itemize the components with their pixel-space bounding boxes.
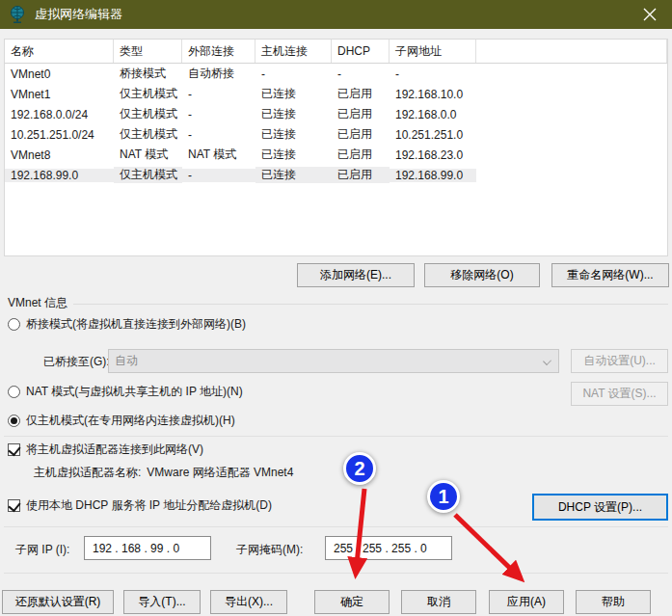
cell-type: NAT 模式 — [114, 147, 182, 163]
titlebar: 虚拟网络编辑器 — [0, 0, 672, 29]
column-header-type[interactable]: 类型 — [114, 40, 182, 63]
cell-external: - — [182, 128, 255, 142]
cell-dhcp: 已启用 — [332, 167, 390, 183]
adapter-name-row: 主机虚拟适配器名称: VMware 网络适配器 VMnet4 — [34, 465, 293, 481]
apply-button[interactable]: 应用(A) — [489, 590, 564, 614]
nat-radio[interactable] — [8, 386, 20, 398]
dhcp-settings-button[interactable]: DHCP 设置(P)... — [532, 494, 668, 521]
arrow-to-apply-button — [455, 515, 521, 578]
close-button[interactable] — [628, 0, 672, 29]
cell-dhcp: 已启用 — [332, 147, 390, 163]
cell-hostconn: 已连接 — [255, 126, 332, 143]
app-network-icon — [8, 5, 27, 24]
cell-dhcp: 已启用 — [332, 86, 390, 102]
annotation-badge-1: 1 — [427, 480, 460, 513]
cell-name: VMnet0 — [5, 67, 114, 81]
cell-dhcp: 已启用 — [332, 106, 390, 122]
column-header-subnet[interactable]: 子网地址 — [390, 40, 476, 63]
separator — [4, 436, 668, 437]
help-button[interactable]: 帮助 — [576, 590, 651, 614]
annotation-badge-2: 2 — [343, 452, 376, 485]
column-header-dhcp[interactable]: DHCP — [332, 40, 390, 63]
group-caption: VMnet 信息 — [8, 295, 67, 311]
adapter-checkbox-row[interactable]: 将主机虚拟适配器连接到此网络(V) — [8, 442, 203, 458]
cell-external: - — [182, 169, 255, 182]
cell-external: NAT 模式 — [182, 147, 255, 163]
bridged-radio-label: 桥接模式(将虚拟机直接连接到外部网络)(B) — [26, 316, 246, 333]
cell-type: 桥接模式 — [114, 66, 182, 82]
connect-adapter-checkbox[interactable] — [8, 443, 20, 456]
virtual-network-editor-dialog: 虚拟网络编辑器 名称 类型 外部连接 主机连接 DHCP 子网地址 VMnet0… — [0, 0, 672, 616]
adapter-name-value: VMware 网络适配器 VMnet4 — [147, 465, 293, 481]
add-network-button[interactable]: 添加网络(E)... — [297, 263, 415, 287]
cell-type: 仅主机模式 — [114, 126, 182, 143]
close-icon — [643, 8, 657, 21]
cell-name: VMnet8 — [5, 148, 114, 162]
separator — [4, 573, 668, 574]
hostonly-mode-radio-row[interactable]: 仅主机模式(在专用网络内连接虚拟机)(H) — [8, 413, 235, 429]
nat-radio-label: NAT 模式(与虚拟机共享主机的 IP 地址)(N) — [26, 384, 243, 400]
cell-hostconn: 已连接 — [255, 86, 332, 102]
cell-type: 仅主机模式 — [114, 167, 182, 183]
cell-type: 仅主机模式 — [114, 106, 182, 122]
cell-name: 192.168.99.0 — [5, 169, 114, 182]
nat-settings-button: NAT 设置(S)... — [571, 382, 668, 406]
cell-dhcp: 已启用 — [332, 126, 390, 143]
cancel-button[interactable]: 取消 — [401, 590, 476, 614]
vmnet-info-group-label: VMnet 信息 — [8, 295, 668, 311]
table-row[interactable]: VMnet0 桥接模式 自动桥接 - - - — [5, 64, 667, 84]
cell-hostconn: 已连接 — [255, 167, 332, 183]
table-row[interactable]: 192.168.0.0/24 仅主机模式 - 已连接 已启用 192.168.0… — [5, 104, 667, 124]
ok-button[interactable]: 确定 — [314, 590, 390, 614]
subnet-ip-input[interactable] — [84, 536, 211, 560]
window-title: 虚拟网络编辑器 — [35, 6, 122, 23]
bridged-mode-radio-row[interactable]: 桥接模式(将虚拟机直接连接到外部网络)(B) — [8, 316, 246, 333]
hostonly-radio-label: 仅主机模式(在专用网络内连接虚拟机)(H) — [26, 413, 235, 429]
cell-name: 10.251.251.0/24 — [5, 128, 114, 142]
cell-subnet: 10.251.251.0 — [390, 128, 476, 142]
subnet-mask-label: 子网掩码(M): — [236, 542, 303, 558]
cell-subnet: 192.168.99.0 — [390, 169, 476, 182]
auto-settings-button: 自动设置(U)... — [571, 349, 668, 373]
local-dhcp-checkbox[interactable] — [8, 499, 20, 512]
remove-network-button[interactable]: 移除网络(O) — [424, 263, 540, 287]
hostonly-radio[interactable] — [8, 415, 20, 427]
column-header-hostconn[interactable]: 主机连接 — [255, 40, 332, 63]
bridged-radio[interactable] — [8, 318, 20, 331]
table-row[interactable]: 10.251.251.0/24 仅主机模式 - 已连接 已启用 10.251.2… — [5, 124, 667, 145]
cell-external: - — [182, 108, 255, 121]
subnet-mask-input[interactable] — [325, 536, 452, 560]
column-header-name[interactable]: 名称 — [5, 40, 114, 63]
import-button[interactable]: 导入(T)... — [123, 590, 201, 614]
cell-type: 仅主机模式 — [114, 86, 182, 102]
table-row-selected[interactable]: 192.168.99.0 仅主机模式 - 已连接 已启用 192.168.99.… — [5, 165, 667, 185]
cell-name: 192.168.0.0/24 — [5, 108, 114, 121]
arrow-to-ok-button — [356, 489, 364, 574]
cell-subnet: 192.168.23.0 — [390, 148, 476, 162]
cell-hostconn: 已连接 — [255, 106, 332, 122]
cell-dhcp: - — [332, 67, 390, 81]
network-table: 名称 类型 外部连接 主机连接 DHCP 子网地址 VMnet0 桥接模式 自动… — [4, 39, 668, 256]
cell-external: 自动桥接 — [182, 66, 255, 82]
rename-network-button[interactable]: 重命名网络(W)... — [551, 263, 669, 287]
nat-mode-radio-row[interactable]: NAT 模式(与虚拟机共享主机的 IP 地址)(N) — [8, 384, 243, 400]
cell-subnet: 192.168.10.0 — [390, 88, 476, 101]
cell-hostconn: - — [255, 67, 332, 81]
table-row[interactable]: VMnet1 仅主机模式 - 已连接 已启用 192.168.10.0 — [5, 84, 667, 104]
export-button[interactable]: 导出(X)... — [210, 590, 287, 614]
adapter-name-label: 主机虚拟适配器名称: — [34, 465, 141, 481]
connect-adapter-label: 将主机虚拟适配器连接到此网络(V) — [26, 442, 203, 458]
column-header-external[interactable]: 外部连接 — [182, 40, 255, 63]
column-header-filler — [476, 40, 667, 63]
bridged-to-dropdown: 自动 — [108, 349, 559, 373]
separator — [4, 526, 668, 527]
chevron-down-icon — [543, 357, 551, 365]
bridged-to-label: 已桥接至(G): — [43, 354, 110, 370]
group-caption-line — [73, 304, 668, 305]
table-row[interactable]: VMnet8 NAT 模式 NAT 模式 已连接 已启用 192.168.23.… — [5, 145, 667, 165]
cell-external: - — [182, 88, 255, 101]
restore-defaults-button[interactable]: 还原默认设置(R) — [2, 590, 114, 614]
cell-hostconn: 已连接 — [255, 147, 332, 163]
dhcp-checkbox-row[interactable]: 使用本地 DHCP 服务将 IP 地址分配给虚拟机(D) — [8, 497, 272, 514]
subnet-ip-label: 子网 IP (I): — [15, 542, 69, 558]
